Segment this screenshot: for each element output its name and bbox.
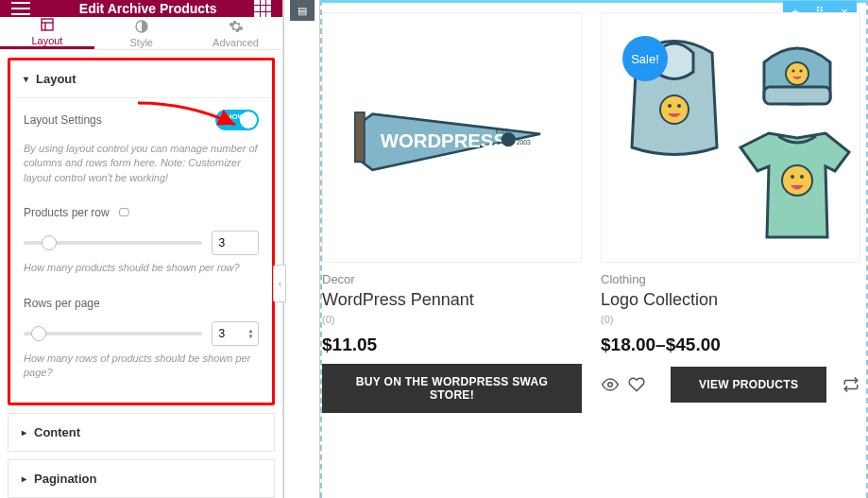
svg-text:WORDPRESS: WORDPRESS: [380, 130, 505, 151]
pennant-illustration: WORDPRESS EST 2003: [349, 81, 556, 195]
preview-canvas: + ⠿ × WORDPRESS EST 2003 Decor WordPress…: [320, 0, 868, 498]
products-per-row-help: How many products should be shown per ro…: [24, 261, 259, 275]
header-title: Edit Archive Products: [42, 1, 254, 16]
svg-point-13: [786, 62, 808, 85]
layout-settings-label: Layout Settings: [24, 113, 102, 127]
product-grid: WORDPRESS EST 2003 Decor WordPress Penna…: [322, 7, 860, 413]
layout-icon: [40, 17, 55, 32]
rows-per-page-help: How many rows of products should be show…: [24, 352, 259, 381]
products-per-row-slider[interactable]: [24, 241, 202, 245]
desktop-icon[interactable]: 🖵: [115, 206, 129, 219]
product-rating: (0): [322, 314, 582, 325]
svg-rect-0: [42, 19, 53, 30]
preview-divider: ▤ ‹: [283, 0, 320, 498]
svg-point-16: [782, 165, 812, 196]
quickview-icon[interactable]: [601, 375, 620, 394]
caret-down-icon: ▾: [24, 74, 28, 84]
structure-tab-icon[interactable]: ▤: [290, 0, 315, 21]
product-price: $11.05: [322, 335, 582, 355]
gear-icon: [229, 19, 244, 34]
section-layout-content: Layout Settings SHOW By using layout con…: [10, 97, 272, 403]
style-icon: [134, 19, 149, 34]
editor-tabs: Layout Style Advanced: [0, 17, 282, 50]
wishlist-icon[interactable]: [627, 375, 646, 394]
section-content-header[interactable]: ▸ Content: [9, 414, 274, 451]
product-name[interactable]: WordPress Pennant: [322, 290, 582, 310]
tab-style[interactable]: Style: [94, 17, 189, 49]
svg-text:EST: EST: [495, 127, 507, 133]
svg-point-9: [660, 95, 689, 124]
product-rating: (0): [601, 314, 860, 325]
panel-body: ▾ Layout Layout Settings SHOW By using l…: [0, 50, 282, 498]
editor-header: Edit Archive Products: [0, 0, 282, 17]
number-spinner[interactable]: ▲▼: [247, 323, 257, 344]
product-category[interactable]: Decor: [322, 272, 582, 286]
product-card: WORDPRESS EST 2003 Decor WordPress Penna…: [322, 12, 582, 413]
rows-per-page-label: Rows per page: [24, 297, 100, 310]
rows-per-page-row: Rows per page: [24, 285, 259, 316]
layout-settings-help: By using layout control you can manage n…: [24, 142, 259, 185]
products-per-row-label: Products per row 🖵: [24, 206, 129, 219]
compare-icon[interactable]: [842, 375, 860, 394]
svg-point-19: [608, 383, 613, 387]
svg-point-18: [800, 175, 804, 179]
svg-point-10: [668, 104, 672, 108]
caret-right-icon: ▸: [22, 427, 26, 438]
product-category[interactable]: Clothing: [601, 272, 860, 286]
menu-icon[interactable]: [11, 2, 30, 15]
section-pagination-header[interactable]: ▸ Pagination: [9, 460, 274, 497]
collapse-handle[interactable]: ‹: [273, 265, 286, 302]
section-layout: ▾ Layout Layout Settings SHOW By using l…: [10, 60, 272, 403]
buy-button[interactable]: BUY ON THE WORDPRESS SWAG STORE!: [322, 364, 582, 413]
product-name[interactable]: Logo Collection: [601, 290, 860, 310]
layout-settings-toggle[interactable]: SHOW: [215, 110, 259, 130]
products-per-row-input[interactable]: [212, 231, 259, 255]
section-layout-header[interactable]: ▾ Layout: [10, 60, 272, 97]
tab-advanced[interactable]: Advanced: [189, 17, 283, 49]
widgets-grid-icon[interactable]: [254, 0, 271, 17]
svg-point-15: [799, 69, 802, 72]
product-image[interactable]: WORDPRESS EST 2003: [322, 12, 582, 263]
section-content: ▸ Content: [8, 413, 275, 452]
view-products-button[interactable]: VIEW PRODUCTS: [671, 367, 826, 403]
svg-point-11: [677, 104, 681, 108]
editor-sidebar: Edit Archive Products Layout Style Advan…: [0, 0, 283, 498]
product-image[interactable]: Sale!: [601, 12, 860, 263]
highlight-annotation: ▾ Layout Layout Settings SHOW By using l…: [8, 58, 275, 405]
svg-rect-12: [764, 87, 830, 104]
svg-point-17: [791, 175, 794, 179]
svg-rect-3: [354, 112, 364, 161]
section-pagination: ▸ Pagination: [8, 459, 275, 498]
rows-per-page-slider[interactable]: [24, 332, 202, 335]
svg-text:2003: 2003: [516, 138, 530, 145]
svg-point-5: [501, 132, 515, 146]
products-per-row-row: Products per row 🖵: [24, 195, 259, 225]
caret-right-icon: ▸: [22, 473, 26, 484]
product-actions: VIEW PRODUCTS: [601, 367, 860, 403]
tab-layout[interactable]: Layout: [0, 17, 94, 49]
sale-badge: Sale!: [622, 36, 668, 81]
product-card: Sale!: [601, 12, 860, 413]
product-price: $18.00–$45.00: [601, 335, 860, 355]
layout-settings-row: Layout Settings SHOW: [24, 98, 259, 136]
svg-point-14: [791, 69, 794, 72]
